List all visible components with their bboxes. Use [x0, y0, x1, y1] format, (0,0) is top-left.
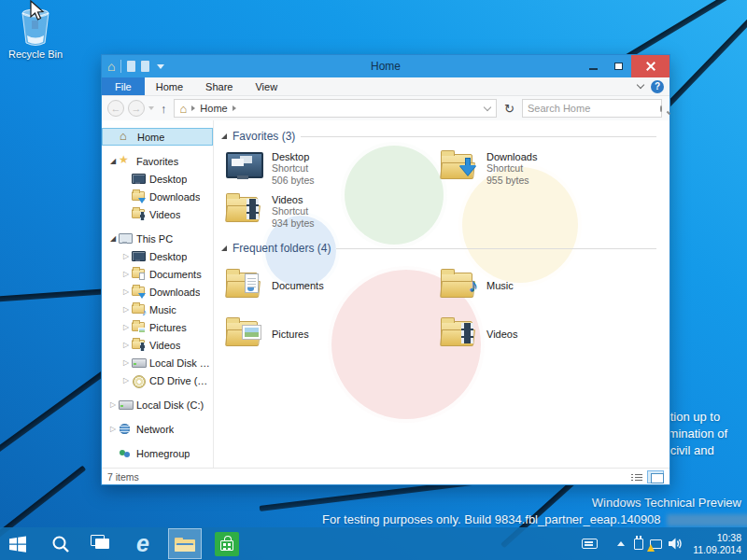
- expander-closed-icon[interactable]: ▷: [120, 270, 132, 278]
- taskbar: e 10:38 11.09.2014: [0, 527, 747, 560]
- address-dropdown-icon[interactable]: [484, 103, 491, 110]
- sidebar-item-network[interactable]: ▷Network: [102, 420, 213, 438]
- folder-down-icon: [132, 286, 146, 298]
- breadcrumb-arrow-icon[interactable]: [191, 105, 195, 111]
- taskbar-clock[interactable]: 10:38 11.09.2014: [693, 532, 741, 556]
- maximize-icon: [614, 63, 623, 70]
- file-item-detail: Shortcut: [486, 162, 537, 175]
- file-item-name: Documents: [272, 280, 324, 291]
- tab-share[interactable]: Share: [194, 77, 244, 95]
- expander-closed-icon[interactable]: ▷: [120, 287, 132, 296]
- refresh-button[interactable]: ↻: [500, 102, 518, 116]
- sidebar-item-downloads[interactable]: ▷Downloads: [102, 283, 213, 301]
- sidebar-item-label: Desktop: [149, 174, 187, 185]
- sidebar-item-pictures[interactable]: ▷Pictures: [102, 318, 213, 336]
- large-icons-view-button[interactable]: [647, 470, 664, 483]
- system-tray: 10:38 11.09.2014: [582, 527, 747, 560]
- sidebar-item-cd-drive-d-jm1[interactable]: ▷CD Drive (D:) JM1: [102, 371, 213, 389]
- window-titlebar[interactable]: ⌂ Home: [102, 55, 669, 77]
- expander-closed-icon[interactable]: ▷: [107, 425, 119, 433]
- file-explorer-taskbar-button[interactable]: [168, 528, 202, 559]
- monitor-icon: [132, 173, 146, 185]
- address-bar: ← → ↑ ⌂ Home ↻: [102, 96, 669, 120]
- sidebar-item-downloads[interactable]: Downloads: [102, 188, 213, 205]
- power-plug-icon[interactable]: [634, 539, 643, 550]
- minimize-button[interactable]: [581, 55, 606, 77]
- show-hidden-icons-chevron[interactable]: [617, 541, 625, 546]
- store-icon: [215, 532, 239, 556]
- folder-video-icon: [132, 339, 146, 351]
- expander-closed-icon[interactable]: ▷: [120, 305, 132, 314]
- file-item-videos[interactable]: VideosShortcut934 bytes: [225, 191, 440, 234]
- store-button[interactable]: [211, 527, 243, 560]
- sidebar-item-desktop[interactable]: ▷Desktop: [102, 247, 213, 265]
- file-item-pictures[interactable]: Pictures: [225, 309, 440, 357]
- help-button[interactable]: ?: [651, 80, 664, 93]
- desktop-icon: [225, 150, 262, 182]
- volume-icon[interactable]: [669, 538, 683, 550]
- file-item-videos[interactable]: Videos: [440, 309, 655, 357]
- expander-closed-icon[interactable]: ▷: [120, 252, 132, 260]
- file-item-name: Music: [486, 280, 514, 291]
- sidebar-item-documents[interactable]: ▷Documents: [102, 265, 213, 283]
- folder-down-icon: [132, 190, 146, 203]
- details-view-button[interactable]: [627, 470, 644, 483]
- section-collapse-icon[interactable]: [221, 245, 227, 251]
- file-grid: DesktopShortcut506 bytesDownloadsShortcu…: [221, 148, 669, 234]
- file-item-downloads[interactable]: DownloadsShortcut955 bytes: [440, 148, 655, 191]
- tab-file[interactable]: File: [102, 77, 145, 95]
- sidebar-item-this-pc[interactable]: ◢This PC: [102, 230, 213, 247]
- sidebar-item-music[interactable]: ▷♪Music: [102, 301, 213, 318]
- expander-closed-icon[interactable]: ▷: [120, 358, 132, 367]
- expander-closed-icon[interactable]: ▷: [120, 323, 132, 331]
- tab-home[interactable]: Home: [145, 77, 194, 95]
- sidebar-item-videos[interactable]: Videos: [102, 205, 213, 223]
- sidebar-item-homegroup[interactable]: Homegroup: [102, 444, 213, 462]
- expander-open-icon[interactable]: ◢: [107, 157, 119, 165]
- sidebar-item-favorites[interactable]: ◢Favorites: [102, 152, 213, 170]
- sidebar-item-label: Favorites: [136, 156, 178, 167]
- expander-open-icon[interactable]: ◢: [107, 234, 119, 243]
- touch-keyboard-icon[interactable]: [582, 539, 598, 549]
- breadcrumb-arrow-icon[interactable]: [233, 105, 236, 111]
- search-box[interactable]: [522, 99, 662, 118]
- up-one-level-button[interactable]: ↑: [158, 102, 170, 116]
- expander-closed-icon[interactable]: ▷: [120, 341, 132, 349]
- maximize-button[interactable]: [606, 55, 631, 77]
- windows-logo-icon: [8, 535, 27, 553]
- file-item-music[interactable]: ♪Music: [440, 260, 655, 309]
- forward-button[interactable]: →: [128, 100, 145, 117]
- file-item-desktop[interactable]: DesktopShortcut506 bytes: [225, 148, 440, 191]
- sidebar-item-videos[interactable]: ▷Videos: [102, 336, 213, 354]
- file-item-name: Videos: [486, 329, 517, 340]
- folder-pic-icon: [132, 321, 146, 333]
- file-item-documents[interactable]: Documents: [225, 260, 440, 309]
- expander-closed-icon[interactable]: ▷: [120, 376, 132, 385]
- close-button[interactable]: [631, 55, 669, 77]
- file-grid: Documents♪MusicPicturesVideos: [221, 260, 669, 357]
- network-warning-icon[interactable]: [650, 539, 662, 549]
- search-input[interactable]: [528, 103, 660, 114]
- breadcrumb-segment[interactable]: Home: [200, 103, 227, 114]
- recent-locations-dropdown-icon[interactable]: [148, 106, 154, 110]
- task-view-button[interactable]: [86, 527, 118, 560]
- ribbon-expand-chevron-icon[interactable]: [637, 81, 644, 89]
- sidebar-item-local-disk-c-[interactable]: ▷Local Disk (C:): [102, 396, 213, 413]
- file-list-area: Favorites (3)DesktopShortcut506 bytesDow…: [214, 120, 669, 468]
- start-button[interactable]: [2, 527, 34, 560]
- breadcrumb[interactable]: ⌂ Home: [174, 99, 498, 118]
- taskbar-search-button[interactable]: [45, 527, 77, 560]
- back-button[interactable]: ←: [107, 100, 124, 117]
- internet-explorer-button[interactable]: e: [127, 527, 159, 560]
- sidebar-item-local-disk-c-[interactable]: ▷Local Disk (C:): [102, 354, 213, 371]
- sidebar-item-home[interactable]: Home: [102, 128, 213, 146]
- expander-closed-icon[interactable]: ▷: [107, 400, 119, 409]
- search-icon: [51, 535, 70, 553]
- section-collapse-icon[interactable]: [221, 133, 227, 139]
- sidebar-item-label: This PC: [136, 233, 173, 245]
- internet-explorer-icon: e: [136, 532, 149, 554]
- breadcrumb-home-icon[interactable]: ⌂: [180, 103, 188, 115]
- tab-view[interactable]: View: [244, 77, 289, 95]
- sidebar-item-desktop[interactable]: Desktop: [102, 170, 213, 188]
- items-count: 7 items: [107, 471, 139, 483]
